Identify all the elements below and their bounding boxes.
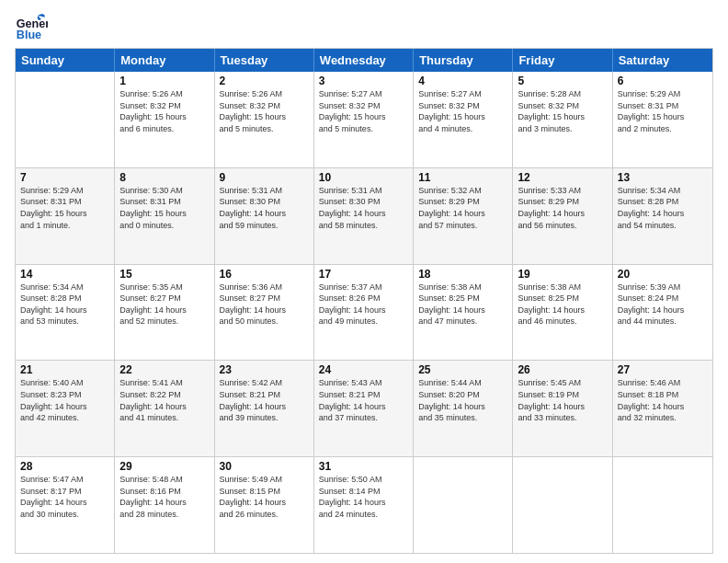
- calendar-cell: 9Sunrise: 5:31 AMSunset: 8:30 PMDaylight…: [215, 168, 314, 264]
- calendar-cell: 29Sunrise: 5:48 AMSunset: 8:16 PMDayligh…: [115, 457, 214, 553]
- day-info: Sunrise: 5:42 AMSunset: 8:21 PMDaylight:…: [220, 377, 309, 423]
- calendar-cell: 8Sunrise: 5:30 AMSunset: 8:31 PMDaylight…: [115, 168, 214, 264]
- day-number: 8: [119, 171, 209, 184]
- day-info: Sunrise: 5:47 AMSunset: 8:17 PMDaylight:…: [20, 474, 109, 520]
- day-info: Sunrise: 5:29 AMSunset: 8:31 PMDaylight:…: [618, 88, 708, 134]
- header-cell-friday: Friday: [513, 49, 612, 72]
- calendar-body: 1Sunrise: 5:26 AMSunset: 8:32 PMDaylight…: [16, 72, 712, 553]
- day-number: 9: [220, 171, 309, 184]
- day-info: Sunrise: 5:45 AMSunset: 8:19 PMDaylight:…: [518, 377, 607, 423]
- calendar-cell: 26Sunrise: 5:45 AMSunset: 8:19 PMDayligh…: [513, 361, 612, 456]
- calendar-cell: [414, 457, 513, 553]
- day-number: 16: [220, 268, 309, 281]
- calendar-cell: [613, 457, 712, 553]
- calendar-cell: 2Sunrise: 5:26 AMSunset: 8:32 PMDaylight…: [215, 72, 314, 167]
- calendar-cell: 21Sunrise: 5:40 AMSunset: 8:23 PMDayligh…: [16, 361, 115, 456]
- calendar-cell: 3Sunrise: 5:27 AMSunset: 8:32 PMDaylight…: [314, 72, 414, 167]
- calendar-cell: 31Sunrise: 5:50 AMSunset: 8:14 PMDayligh…: [314, 457, 414, 553]
- logo-icon: General Blue: [15, 9, 48, 42]
- day-number: 31: [319, 460, 408, 473]
- day-number: 22: [119, 363, 209, 376]
- calendar-cell: 5Sunrise: 5:28 AMSunset: 8:32 PMDaylight…: [513, 72, 612, 167]
- day-number: 23: [220, 363, 309, 376]
- day-info: Sunrise: 5:27 AMSunset: 8:32 PMDaylight:…: [418, 88, 507, 134]
- day-info: Sunrise: 5:35 AMSunset: 8:27 PMDaylight:…: [119, 282, 209, 327]
- calendar-cell: 30Sunrise: 5:49 AMSunset: 8:15 PMDayligh…: [215, 457, 314, 553]
- calendar-row: 14Sunrise: 5:34 AMSunset: 8:28 PMDayligh…: [16, 264, 712, 361]
- day-number: 26: [518, 363, 607, 376]
- day-number: 7: [20, 171, 109, 184]
- day-info: Sunrise: 5:34 AMSunset: 8:28 PMDaylight:…: [618, 185, 708, 231]
- calendar-cell: 24Sunrise: 5:43 AMSunset: 8:21 PMDayligh…: [314, 361, 414, 456]
- day-number: 15: [119, 268, 209, 281]
- day-info: Sunrise: 5:37 AMSunset: 8:26 PMDaylight:…: [319, 282, 408, 327]
- day-number: 3: [319, 75, 408, 87]
- day-number: 25: [418, 363, 507, 376]
- day-info: Sunrise: 5:31 AMSunset: 8:30 PMDaylight:…: [220, 185, 309, 231]
- calendar-cell: [16, 72, 115, 167]
- day-number: 2: [220, 75, 309, 87]
- day-number: 20: [618, 268, 708, 281]
- calendar-cell: 17Sunrise: 5:37 AMSunset: 8:26 PMDayligh…: [314, 265, 414, 361]
- day-info: Sunrise: 5:36 AMSunset: 8:27 PMDaylight:…: [220, 282, 309, 327]
- calendar-cell: 7Sunrise: 5:29 AMSunset: 8:31 PMDaylight…: [16, 168, 115, 264]
- calendar: SundayMondayTuesdayWednesdayThursdayFrid…: [15, 48, 713, 554]
- day-number: 27: [618, 363, 708, 376]
- day-info: Sunrise: 5:43 AMSunset: 8:21 PMDaylight:…: [319, 377, 408, 423]
- day-info: Sunrise: 5:50 AMSunset: 8:14 PMDaylight:…: [319, 474, 408, 520]
- day-info: Sunrise: 5:34 AMSunset: 8:28 PMDaylight:…: [20, 282, 109, 327]
- day-info: Sunrise: 5:38 AMSunset: 8:25 PMDaylight:…: [418, 282, 507, 327]
- day-info: Sunrise: 5:46 AMSunset: 8:18 PMDaylight:…: [618, 377, 708, 423]
- calendar-cell: 16Sunrise: 5:36 AMSunset: 8:27 PMDayligh…: [215, 265, 314, 361]
- day-info: Sunrise: 5:27 AMSunset: 8:32 PMDaylight:…: [319, 88, 408, 134]
- day-number: 5: [518, 75, 607, 87]
- day-number: 1: [119, 75, 209, 87]
- svg-text:Blue: Blue: [17, 29, 41, 41]
- day-number: 21: [20, 363, 109, 376]
- day-number: 10: [319, 171, 408, 184]
- logo: General Blue: [15, 9, 51, 42]
- calendar-cell: 10Sunrise: 5:31 AMSunset: 8:30 PMDayligh…: [314, 168, 414, 264]
- calendar-cell: 6Sunrise: 5:29 AMSunset: 8:31 PMDaylight…: [613, 72, 712, 167]
- day-info: Sunrise: 5:44 AMSunset: 8:20 PMDaylight:…: [418, 377, 507, 423]
- calendar-cell: 19Sunrise: 5:38 AMSunset: 8:25 PMDayligh…: [513, 265, 612, 361]
- day-info: Sunrise: 5:26 AMSunset: 8:32 PMDaylight:…: [119, 88, 209, 134]
- header-cell-sunday: Sunday: [16, 49, 115, 72]
- calendar-cell: 28Sunrise: 5:47 AMSunset: 8:17 PMDayligh…: [16, 457, 115, 553]
- calendar-cell: 11Sunrise: 5:32 AMSunset: 8:29 PMDayligh…: [414, 168, 513, 264]
- calendar-cell: 20Sunrise: 5:39 AMSunset: 8:24 PMDayligh…: [613, 265, 712, 361]
- day-number: 30: [220, 460, 309, 473]
- header-cell-thursday: Thursday: [414, 49, 513, 72]
- calendar-cell: 14Sunrise: 5:34 AMSunset: 8:28 PMDayligh…: [16, 265, 115, 361]
- day-number: 4: [418, 75, 507, 87]
- calendar-row: 28Sunrise: 5:47 AMSunset: 8:17 PMDayligh…: [16, 456, 712, 553]
- calendar-header: SundayMondayTuesdayWednesdayThursdayFrid…: [16, 49, 712, 72]
- page-header: General Blue: [15, 9, 713, 42]
- day-number: 6: [618, 75, 708, 87]
- day-number: 13: [618, 171, 708, 184]
- calendar-row: 21Sunrise: 5:40 AMSunset: 8:23 PMDayligh…: [16, 360, 712, 456]
- day-number: 12: [518, 171, 607, 184]
- calendar-cell: 13Sunrise: 5:34 AMSunset: 8:28 PMDayligh…: [613, 168, 712, 264]
- day-number: 24: [319, 363, 408, 376]
- day-number: 11: [418, 171, 507, 184]
- day-info: Sunrise: 5:30 AMSunset: 8:31 PMDaylight:…: [119, 185, 209, 231]
- calendar-cell: 25Sunrise: 5:44 AMSunset: 8:20 PMDayligh…: [414, 361, 513, 456]
- header-cell-monday: Monday: [115, 49, 214, 72]
- calendar-cell: 4Sunrise: 5:27 AMSunset: 8:32 PMDaylight…: [414, 72, 513, 167]
- day-number: 28: [20, 460, 109, 473]
- day-number: 29: [119, 460, 209, 473]
- calendar-cell: [513, 457, 612, 553]
- header-cell-tuesday: Tuesday: [215, 49, 314, 72]
- day-info: Sunrise: 5:33 AMSunset: 8:29 PMDaylight:…: [518, 185, 607, 231]
- header-cell-wednesday: Wednesday: [314, 49, 414, 72]
- day-info: Sunrise: 5:41 AMSunset: 8:22 PMDaylight:…: [119, 377, 209, 423]
- day-number: 17: [319, 268, 408, 281]
- calendar-cell: 23Sunrise: 5:42 AMSunset: 8:21 PMDayligh…: [215, 361, 314, 456]
- day-number: 18: [418, 268, 507, 281]
- day-number: 14: [20, 268, 109, 281]
- calendar-cell: 15Sunrise: 5:35 AMSunset: 8:27 PMDayligh…: [115, 265, 214, 361]
- day-info: Sunrise: 5:48 AMSunset: 8:16 PMDaylight:…: [119, 474, 209, 520]
- day-info: Sunrise: 5:49 AMSunset: 8:15 PMDaylight:…: [220, 474, 309, 520]
- day-info: Sunrise: 5:26 AMSunset: 8:32 PMDaylight:…: [220, 88, 309, 134]
